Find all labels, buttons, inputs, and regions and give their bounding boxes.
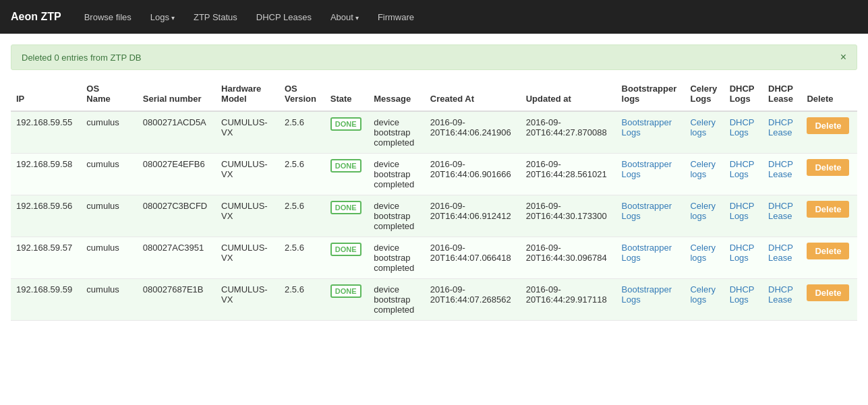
navbar-brand[interactable]: Aeon ZTP	[11, 11, 61, 23]
nav-link-about[interactable]: About▾	[321, 3, 368, 32]
cell-bootlogs[interactable]: Bootstrapper Logs	[616, 195, 685, 237]
cell-dhcplease-link[interactable]: DHCP Lease	[768, 284, 793, 305]
cell-dhcplease[interactable]: DHCP Lease	[763, 237, 801, 279]
col-header-msg: Message	[368, 77, 424, 111]
table-row: 192.168.59.58cumulus080027E4EFB6CUMULUS-…	[11, 154, 857, 195]
state-badge: DONE	[330, 117, 361, 131]
cell-dhcplogs[interactable]: DHCP Logs	[724, 279, 763, 321]
cell-dhcplease-link[interactable]: DHCP Lease	[768, 159, 793, 179]
col-header-updated: Updated at	[521, 77, 616, 111]
cell-dhcplogs-link[interactable]: DHCP Logs	[730, 159, 755, 179]
data-table-container: IP OSName Serial number HardwareModel OS…	[11, 77, 857, 321]
cell-delete[interactable]: Delete	[801, 237, 857, 279]
cell-dhcplogs[interactable]: DHCP Logs	[724, 195, 763, 237]
cell-hw: CUMULUS-VX	[216, 195, 279, 237]
navbar: Aeon ZTP Browse filesLogs▾ZTP StatusDHCP…	[0, 0, 868, 34]
cell-celerylogs[interactable]: Celery logs	[685, 279, 724, 321]
cell-bootlogs-link[interactable]: Bootstrapper Logs	[622, 201, 672, 221]
delete-button[interactable]: Delete	[807, 243, 849, 259]
cell-bootlogs-link[interactable]: Bootstrapper Logs	[622, 159, 672, 179]
cell-dhcplease[interactable]: DHCP Lease	[763, 111, 801, 154]
state-badge: DONE	[330, 284, 361, 298]
cell-dhcplogs[interactable]: DHCP Logs	[724, 111, 763, 154]
cell-serial: 080027687E1B	[138, 279, 216, 321]
cell-celerylogs[interactable]: Celery logs	[685, 237, 724, 279]
cell-updated: 2016-09-20T16:44:29.917118	[521, 279, 616, 321]
cell-dhcplogs-link[interactable]: DHCP Logs	[730, 201, 755, 221]
nav-item-browse-files: Browse files	[75, 3, 141, 32]
cell-dhcplogs-link[interactable]: DHCP Logs	[730, 284, 755, 305]
cell-celerylogs-link[interactable]: Celery logs	[690, 201, 716, 221]
cell-bootlogs[interactable]: Bootstrapper Logs	[616, 279, 685, 321]
cell-delete[interactable]: Delete	[801, 195, 857, 237]
nav-link-browse-files[interactable]: Browse files	[75, 3, 141, 32]
alert-banner: Deleted 0 entries from ZTP DB ×	[11, 44, 857, 70]
cell-dhcplease[interactable]: DHCP Lease	[763, 195, 801, 237]
nav-item-firmware: Firmware	[368, 3, 424, 32]
cell-ip: 192.168.59.56	[11, 195, 81, 237]
cell-os: cumulus	[81, 154, 137, 195]
nav-item-ztp-status: ZTP Status	[184, 3, 247, 32]
cell-dhcplogs-link[interactable]: DHCP Logs	[730, 243, 755, 263]
delete-button[interactable]: Delete	[807, 117, 849, 134]
cell-created: 2016-09-20T16:44:06.241906	[425, 111, 521, 154]
state-badge: DONE	[330, 201, 361, 214]
cell-celerylogs[interactable]: Celery logs	[685, 154, 724, 195]
cell-dhcplease-link[interactable]: DHCP Lease	[768, 117, 793, 137]
col-header-delete: Delete	[801, 77, 857, 111]
cell-bootlogs[interactable]: Bootstrapper Logs	[616, 111, 685, 154]
cell-bootlogs[interactable]: Bootstrapper Logs	[616, 154, 685, 195]
cell-celerylogs-link[interactable]: Celery logs	[690, 243, 716, 263]
cell-delete[interactable]: Delete	[801, 154, 857, 195]
cell-serial: 080027AC3951	[138, 237, 216, 279]
cell-state: DONE	[325, 195, 368, 237]
cell-updated: 2016-09-20T16:44:27.870088	[521, 111, 616, 154]
cell-bootlogs-link[interactable]: Bootstrapper Logs	[622, 243, 672, 263]
cell-dhcplease[interactable]: DHCP Lease	[763, 279, 801, 321]
cell-celerylogs-link[interactable]: Celery logs	[690, 284, 716, 305]
delete-button[interactable]: Delete	[807, 284, 849, 301]
cell-celerylogs[interactable]: Celery logs	[685, 195, 724, 237]
nav-link-dhcp-leases[interactable]: DHCP Leases	[247, 3, 321, 32]
table-body: 192.168.59.55cumulus0800271ACD5ACUMULUS-…	[11, 111, 857, 321]
cell-hw: CUMULUS-VX	[216, 154, 279, 195]
cell-osv: 2.5.6	[279, 279, 325, 321]
cell-dhcplease-link[interactable]: DHCP Lease	[768, 201, 793, 221]
cell-celerylogs-link[interactable]: Celery logs	[690, 159, 716, 179]
cell-serial: 080027E4EFB6	[138, 154, 216, 195]
delete-button[interactable]: Delete	[807, 159, 849, 176]
state-badge: DONE	[330, 159, 361, 173]
delete-button[interactable]: Delete	[807, 201, 849, 218]
cell-bootlogs-link[interactable]: Bootstrapper Logs	[622, 117, 672, 137]
nav-link-logs[interactable]: Logs▾	[141, 3, 184, 32]
cell-ip: 192.168.59.58	[11, 154, 81, 195]
cell-celerylogs-link[interactable]: Celery logs	[690, 117, 716, 137]
cell-msg: device bootstrap completed	[368, 195, 424, 237]
cell-state: DONE	[325, 154, 368, 195]
cell-msg: device bootstrap completed	[368, 279, 424, 321]
cell-hw: CUMULUS-VX	[216, 237, 279, 279]
nav-link-ztp-status[interactable]: ZTP Status	[184, 3, 247, 32]
dropdown-arrow-icon: ▾	[171, 14, 175, 22]
cell-msg: device bootstrap completed	[368, 154, 424, 195]
cell-dhcplogs[interactable]: DHCP Logs	[724, 154, 763, 195]
cell-delete[interactable]: Delete	[801, 111, 857, 154]
cell-dhcplogs-link[interactable]: DHCP Logs	[730, 117, 755, 137]
cell-dhcplease[interactable]: DHCP Lease	[763, 154, 801, 195]
col-header-os: OSName	[81, 77, 137, 111]
cell-celerylogs[interactable]: Celery logs	[685, 111, 724, 154]
cell-delete[interactable]: Delete	[801, 279, 857, 321]
nav-link-firmware[interactable]: Firmware	[368, 3, 424, 32]
table-row: 192.168.59.55cumulus0800271ACD5ACUMULUS-…	[11, 111, 857, 154]
cell-ip: 192.168.59.55	[11, 111, 81, 154]
nav-item-logs: Logs▾	[141, 3, 184, 32]
cell-dhcplogs[interactable]: DHCP Logs	[724, 237, 763, 279]
cell-state: DONE	[325, 279, 368, 321]
cell-bootlogs-link[interactable]: Bootstrapper Logs	[622, 284, 672, 305]
header-row: IP OSName Serial number HardwareModel OS…	[11, 77, 857, 111]
alert-close-button[interactable]: ×	[840, 52, 846, 63]
cell-bootlogs[interactable]: Bootstrapper Logs	[616, 237, 685, 279]
cell-osv: 2.5.6	[279, 237, 325, 279]
table-row: 192.168.59.59cumulus080027687E1BCUMULUS-…	[11, 279, 857, 321]
cell-dhcplease-link[interactable]: DHCP Lease	[768, 243, 793, 263]
